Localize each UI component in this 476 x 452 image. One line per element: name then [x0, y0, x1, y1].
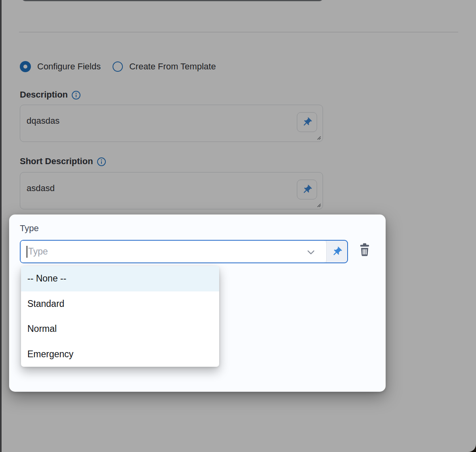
pin-icon: [331, 246, 342, 257]
type-field-card: Type Type: [9, 215, 386, 392]
type-combobox[interactable]: Type: [20, 240, 348, 263]
type-input[interactable]: Type: [21, 241, 326, 262]
type-dropdown: -- None -- Standard Normal Emergency: [21, 266, 219, 367]
dropdown-option-emergency[interactable]: Emergency: [21, 342, 219, 367]
dropdown-option-none[interactable]: -- None --: [21, 266, 219, 291]
trash-icon: [358, 243, 371, 257]
chevron-down-icon[interactable]: [307, 248, 315, 257]
type-input-placeholder: Type: [28, 246, 48, 257]
type-label: Type: [20, 223, 39, 234]
pin-button[interactable]: [326, 241, 347, 262]
dropdown-option-standard[interactable]: Standard: [21, 291, 219, 317]
text-caret: [27, 246, 27, 258]
dropdown-option-normal[interactable]: Normal: [21, 316, 219, 342]
delete-field-button[interactable]: [356, 241, 374, 259]
